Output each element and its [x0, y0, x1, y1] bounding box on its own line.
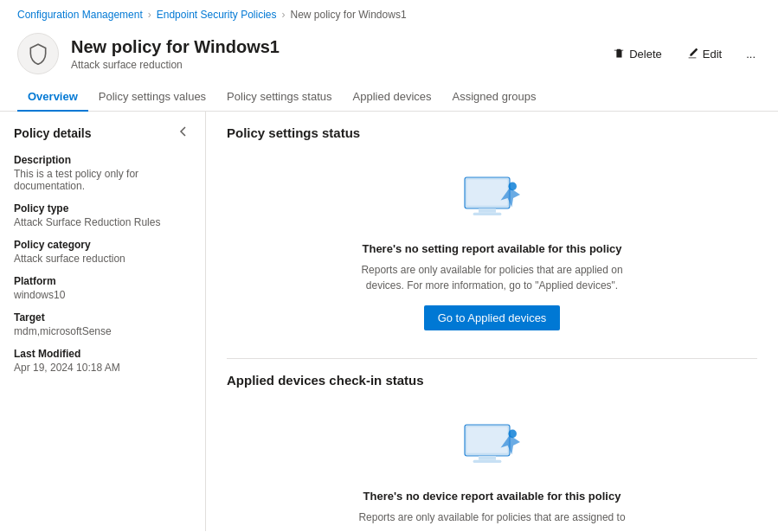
svg-rect-3 [473, 213, 501, 215]
sidebar-title: Policy details [14, 126, 91, 140]
breadcrumb-sep-2: › [282, 9, 286, 21]
detail-policy-type: Policy type Attack Surface Reduction Rul… [14, 202, 191, 228]
svg-rect-2 [479, 208, 496, 213]
delete-button[interactable]: Delete [608, 44, 667, 64]
edit-button[interactable]: Edit [681, 44, 727, 64]
section-divider [227, 358, 757, 359]
tab-assigned-groups[interactable]: Assigned groups [442, 83, 547, 112]
detail-policy-category: Policy category Attack surface reduction [14, 239, 191, 265]
svg-rect-7 [466, 426, 507, 452]
policy-details-sidebar: Policy details Description This is a tes… [0, 112, 206, 531]
breadcrumb-item-current: New policy for Windows1 [291, 9, 407, 21]
breadcrumb-item-endpoint[interactable]: Endpoint Security Policies [157, 9, 277, 21]
detail-target: Target mdm,microsoftSense [14, 311, 191, 337]
page-title: New policy for Windows1 [71, 37, 595, 57]
policy-settings-status-title: Policy settings status [227, 125, 757, 140]
policy-category-value: Attack surface reduction [14, 253, 191, 265]
description-value: This is a test policy only for documenta… [14, 168, 191, 192]
policy-type-label: Policy type [14, 202, 191, 215]
page-subtitle: Attack surface reduction [71, 59, 595, 71]
detail-last-modified: Last Modified Apr 19, 2024 10:18 AM [14, 348, 191, 374]
svg-rect-9 [473, 460, 501, 463]
detail-platform: Platform windows10 [14, 275, 191, 301]
applied-devices-status-title: Applied devices check-in status [227, 373, 757, 388]
page-header: New policy for Windows1 Attack surface r… [0, 26, 778, 78]
more-button[interactable]: ... [741, 44, 761, 64]
platform-value: windows10 [14, 289, 191, 301]
svg-point-11 [508, 430, 517, 439]
last-modified-label: Last Modified [14, 348, 191, 360]
tab-policy-settings-values[interactable]: Policy settings values [88, 83, 216, 112]
policy-settings-empty-text: Reports are only available for policies … [354, 262, 631, 293]
monitor-illustration-2-icon [458, 419, 527, 479]
header-actions: Delete Edit ... [608, 44, 761, 64]
tabs-bar: Overview Policy settings values Policy s… [0, 83, 778, 112]
applied-devices-empty-text: Reports are only available for policies … [358, 510, 625, 525]
tab-applied-devices[interactable]: Applied devices [343, 83, 442, 112]
more-label: ... [746, 48, 755, 61]
sidebar-header: Policy details [14, 124, 191, 142]
svg-point-5 [508, 183, 517, 191]
policy-category-label: Policy category [14, 239, 191, 251]
policy-type-value: Attack Surface Reduction Rules [14, 216, 191, 228]
collapse-sidebar-button[interactable] [176, 124, 191, 142]
target-value: mdm,microsoftSense [14, 325, 191, 337]
content-area[interactable]: Policy settings status There's no settin… [206, 112, 778, 531]
policy-settings-empty-state: There's no setting report available for … [227, 154, 757, 351]
svg-rect-1 [466, 179, 507, 205]
tab-overview[interactable]: Overview [17, 83, 88, 112]
detail-description: Description This is a test policy only f… [14, 154, 191, 192]
go-to-applied-devices-button[interactable]: Go to Applied devices [424, 305, 561, 330]
breadcrumb: Configuration Management › Endpoint Secu… [0, 0, 778, 26]
platform-label: Platform [14, 275, 191, 287]
last-modified-value: Apr 19, 2024 10:18 AM [14, 362, 191, 374]
breadcrumb-item-config[interactable]: Configuration Management [17, 9, 143, 21]
target-label: Target [14, 311, 191, 324]
header-text-group: New policy for Windows1 Attack surface r… [71, 37, 595, 71]
description-label: Description [14, 154, 191, 166]
applied-devices-empty-state: There's no device report available for t… [227, 401, 757, 531]
applied-devices-empty-heading: There's no device report available for t… [363, 490, 621, 503]
policy-icon [17, 33, 59, 74]
main-layout: Policy details Description This is a tes… [0, 112, 778, 531]
breadcrumb-sep-1: › [148, 9, 151, 21]
monitor-illustration-icon [458, 171, 527, 232]
tab-policy-settings-status[interactable]: Policy settings status [216, 83, 342, 112]
policy-settings-empty-heading: There's no setting report available for … [363, 242, 622, 255]
delete-label: Delete [629, 48, 662, 61]
edit-label: Edit [703, 48, 722, 61]
svg-rect-8 [479, 456, 496, 460]
